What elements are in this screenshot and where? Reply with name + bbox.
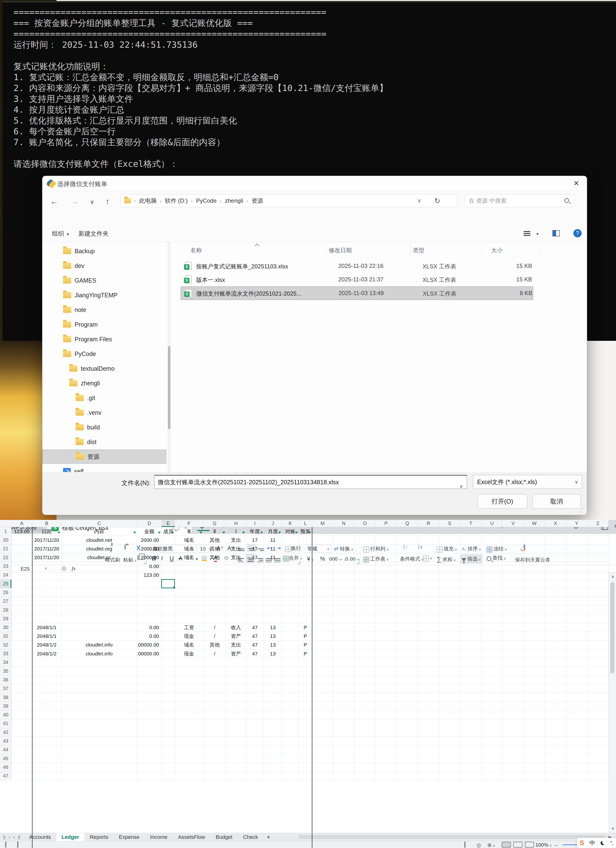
cell-P45[interactable]: [376, 755, 397, 763]
row-header-21[interactable]: 21: [0, 544, 12, 553]
cell-X41[interactable]: [545, 719, 566, 728]
view-mode-icon[interactable]: [524, 230, 531, 236]
cell-Q27[interactable]: [397, 597, 418, 606]
cell-Q41[interactable]: [397, 719, 418, 728]
cell-B24[interactable]: [32, 571, 61, 580]
cell-S39[interactable]: [439, 702, 460, 710]
cell-K47[interactable]: [282, 772, 299, 780]
cell-O22[interactable]: [354, 553, 376, 562]
cell-E46[interactable]: [162, 763, 175, 772]
cell-T45[interactable]: [460, 755, 481, 763]
cell-N46[interactable]: [333, 763, 354, 772]
cell-R39[interactable]: [418, 702, 439, 710]
cell-H20[interactable]: 支出: [226, 536, 246, 544]
cell-T30[interactable]: [460, 623, 481, 632]
cell-T29[interactable]: [460, 615, 481, 623]
cell-R20[interactable]: [418, 536, 439, 544]
cell-X45[interactable]: [545, 755, 566, 763]
cell-O42[interactable]: [354, 728, 376, 737]
cell-J47[interactable]: [264, 772, 282, 780]
cell-R27[interactable]: [418, 597, 439, 606]
cell-Q35[interactable]: [397, 667, 418, 676]
preview-pane-icon[interactable]: [552, 230, 560, 236]
cell-O36[interactable]: [354, 676, 376, 684]
cell-K30[interactable]: [282, 623, 299, 632]
cell-N22[interactable]: [333, 553, 354, 562]
cell-L31[interactable]: P: [299, 632, 312, 640]
sheet-tab-assetsflow[interactable]: AssetsFlow: [173, 833, 210, 841]
cell-B38[interactable]: [32, 693, 61, 702]
cell-S36[interactable]: [439, 676, 460, 684]
cell-C32[interactable]: cloudlet.info: [61, 641, 137, 649]
cell-Y25[interactable]: [566, 580, 587, 588]
cell-L41[interactable]: [299, 719, 312, 728]
cell-D45[interactable]: [137, 755, 162, 763]
cell-S38[interactable]: [439, 693, 460, 702]
cell-J46[interactable]: [264, 763, 282, 772]
cell-S31[interactable]: [439, 632, 460, 640]
cell-V33[interactable]: [503, 649, 524, 658]
cell-G29[interactable]: [203, 615, 226, 623]
cell-H21[interactable]: 支出: [226, 544, 246, 553]
cell-T38[interactable]: [460, 693, 481, 702]
column-size[interactable]: 大小: [491, 246, 503, 254]
cell-P28[interactable]: [376, 606, 397, 614]
cell-W31[interactable]: [524, 632, 545, 640]
dark-mode-icon[interactable]: [601, 841, 605, 845]
cell-P39[interactable]: [376, 702, 397, 710]
cell-V44[interactable]: [503, 746, 524, 754]
cell-S33[interactable]: [439, 649, 460, 658]
cell-T33[interactable]: [460, 649, 481, 658]
cell-K39[interactable]: [282, 702, 299, 710]
cell-I38[interactable]: [246, 693, 264, 702]
cell-F33[interactable]: 现金: [175, 649, 203, 658]
cell-I20[interactable]: 17: [246, 536, 264, 544]
cell-U46[interactable]: [481, 763, 503, 772]
cell-P1[interactable]: [376, 529, 397, 536]
cell-D25[interactable]: [137, 580, 162, 588]
cell-H28[interactable]: [226, 606, 246, 614]
cell-C43[interactable]: [61, 737, 137, 746]
cell-E36[interactable]: [162, 676, 175, 684]
cell-S34[interactable]: [439, 658, 460, 667]
cell-N43[interactable]: [333, 737, 354, 746]
cell-L33[interactable]: P: [299, 649, 312, 658]
cell-P23[interactable]: [376, 562, 397, 571]
cell-F47[interactable]: [175, 772, 203, 780]
cell-P37[interactable]: [376, 684, 397, 693]
cell-L42[interactable]: [299, 728, 312, 737]
cell-U40[interactable]: [481, 710, 503, 719]
cell-D32[interactable]: 100000.00: [137, 641, 162, 649]
cell-O31[interactable]: [354, 632, 376, 640]
forward-icon[interactable]: →: [71, 197, 79, 206]
cell-B46[interactable]: [32, 763, 61, 772]
cell-K33[interactable]: [282, 649, 299, 658]
cell-M33[interactable]: [312, 649, 333, 658]
close-icon[interactable]: ×: [571, 178, 582, 188]
filter-dropdown-icon[interactable]: [133, 532, 136, 534]
cell-C30[interactable]: [61, 623, 137, 632]
cell-K23[interactable]: [282, 562, 299, 571]
cell-Y36[interactable]: [566, 676, 587, 684]
outline-icon[interactable]: [17, 842, 18, 848]
cell-X1[interactable]: [545, 529, 566, 536]
breadcrumb-segment[interactable]: PyCode: [196, 197, 216, 204]
cell-N44[interactable]: [333, 746, 354, 754]
cell-L24[interactable]: [299, 571, 312, 580]
cell-J36[interactable]: [264, 676, 282, 684]
cell-R25[interactable]: [418, 580, 439, 588]
help-icon[interactable]: ?: [573, 229, 582, 237]
cell-P22[interactable]: [376, 553, 397, 562]
cell-F32[interactable]: 域名: [175, 641, 203, 649]
cell-K25[interactable]: [282, 580, 299, 588]
cell-H23[interactable]: [226, 562, 246, 571]
cell-Y22[interactable]: [566, 553, 587, 562]
cell-B44[interactable]: [32, 746, 61, 754]
breadcrumb-segment[interactable]: 此电脑: [139, 197, 157, 204]
cell-P29[interactable]: [376, 615, 397, 623]
cell-K44[interactable]: [282, 746, 299, 754]
cell-Z33[interactable]: [587, 649, 609, 658]
cell-C31[interactable]: [61, 632, 137, 640]
cell-P44[interactable]: [376, 746, 397, 754]
column-name[interactable]: 名称: [190, 246, 202, 254]
